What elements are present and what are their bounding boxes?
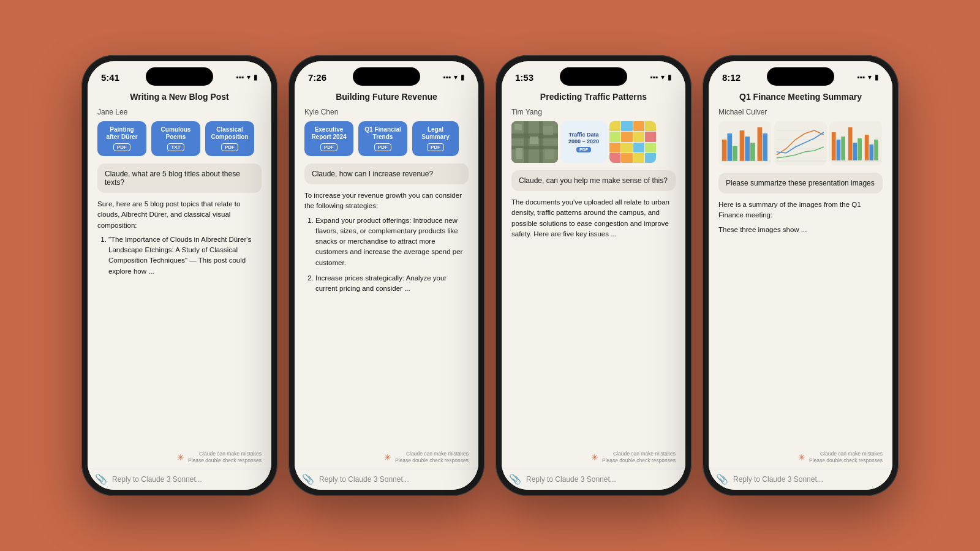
svg-rect-30: [848, 127, 853, 160]
doc-card-1-2[interactable]: Classical Composition PDF: [205, 121, 254, 156]
grouped-bar-chart-thumb: [829, 121, 883, 165]
phone-header-4: Q1 Finance Meeting Summary: [709, 87, 892, 105]
doc-card-2-1[interactable]: Q1 Financial Trends PDF: [358, 121, 407, 156]
svg-rect-11: [722, 140, 727, 161]
doc-title-2-1: Q1 Financial Trends: [364, 126, 401, 141]
svg-rect-4: [539, 121, 543, 163]
time-4: 8:12: [722, 72, 741, 83]
doc-card-2-0[interactable]: Executive Report 2024 PDF: [304, 121, 353, 156]
dynamic-island-3: [560, 67, 627, 86]
battery-icon-3: ▮: [668, 73, 672, 81]
ai-list-2: Expand your product offerings: Introduce…: [304, 216, 469, 294]
ai-intro-4: Here is a summary of the images from the…: [718, 200, 883, 221]
doc-card-1-1[interactable]: Cumulous Poems TXT: [151, 121, 200, 156]
disclaimer-text-4: Claude can make mistakes Please double c…: [809, 451, 883, 464]
sticky-notes-thumb: [609, 121, 656, 163]
doc-badge-1-1: TXT: [167, 143, 184, 151]
phone-4: 8:12 ▪▪▪ ▾ ▮ Q1 Finance Meeting Summary …: [703, 55, 899, 496]
aerial-map-image: [511, 121, 558, 163]
reply-input-1[interactable]: Reply to Claude 3 Sonnet...: [112, 475, 264, 484]
chat-title-4: Q1 Finance Meeting Summary: [718, 92, 883, 102]
disclaimer-text-1: Claude can make mistakes Please double c…: [188, 451, 262, 464]
user-message-4: Please summarize these presentation imag…: [718, 173, 883, 193]
wifi-icon-2: ▾: [454, 73, 458, 81]
doc-card-1-0[interactable]: Painting after Dürer PDF: [97, 121, 146, 156]
signal-icon-2: ▪▪▪: [443, 73, 451, 81]
doc-card-2-2[interactable]: Legal Summary PDF: [412, 121, 459, 156]
svg-rect-28: [837, 140, 841, 160]
phone-2: 7:26 ▪▪▪ ▾ ▮ Building Future Revenue Kyl…: [288, 55, 484, 496]
bar-chart-thumb: [718, 121, 772, 165]
charts-grid-4: [709, 119, 892, 170]
phone-content-3: Tim Yang: [502, 105, 685, 490]
chat-title-1: Writing a New Blog Post: [97, 92, 262, 102]
disclaimer-4: ✳ Claude can make mistakes Please double…: [709, 448, 892, 468]
status-icons-1: ▪▪▪ ▾ ▮: [236, 73, 258, 81]
svg-rect-12: [727, 133, 732, 161]
phone-header-2: Building Future Revenue: [295, 87, 478, 105]
time-1: 5:41: [101, 72, 119, 83]
ai-response-3: The documents you've uploaded all relate…: [502, 195, 685, 448]
disclaimer-text-2: Claude can make mistakes Please double c…: [395, 451, 469, 464]
attachment-icon-2[interactable]: 📎: [302, 473, 314, 485]
disclaimer-3: ✳ Claude can make mistakes Please double…: [502, 448, 685, 468]
dynamic-island-2: [353, 67, 420, 86]
doc-title-1-2: Classical Composition: [211, 126, 248, 141]
svg-rect-16: [750, 143, 755, 161]
svg-rect-27: [832, 132, 836, 160]
svg-rect-5: [514, 124, 522, 130]
battery-icon-4: ▮: [875, 73, 879, 81]
phone-header-1: Writing a New Blog Post: [88, 87, 271, 105]
reply-input-4[interactable]: Reply to Claude 3 Sonnet...: [733, 475, 885, 484]
svg-rect-6: [530, 137, 538, 144]
chat-title-2: Building Future Revenue: [304, 92, 469, 102]
traffic-data-card[interactable]: Traffic Data 2000 – 2020 PDF: [560, 121, 607, 163]
doc-title-1-1: Cumulous Poems: [157, 126, 194, 141]
ai-response-4: Here is a summary of the images from the…: [709, 197, 892, 448]
battery-icon: ▮: [254, 73, 258, 81]
reply-bar-4[interactable]: 📎 Reply to Claude 3 Sonnet...: [709, 468, 892, 490]
doc-title-2-2: Legal Summary: [418, 126, 453, 141]
phone-content-2: Kyle Chen Executive Report 2024 PDF Q1 F…: [295, 105, 478, 490]
ai-list-item-2-1: Increase prices strategically: Analyze y…: [315, 273, 469, 294]
reply-bar-3[interactable]: 📎 Reply to Claude 3 Sonnet...: [502, 468, 685, 490]
user-message-1: Claude, what are 5 blog titles about the…: [97, 163, 262, 193]
svg-rect-9: [545, 149, 554, 159]
doc-badge-1-0: PDF: [113, 143, 130, 151]
dynamic-island-1: [146, 67, 213, 86]
user-label-1: Jane Lee: [88, 105, 271, 119]
doc-badge-2-2: PDF: [427, 143, 444, 151]
phone-content-1: Jane Lee Painting after Dürer PDF Cumulo…: [88, 105, 271, 490]
disclaimer-2: ✳ Claude can make mistakes Please double…: [295, 448, 478, 468]
attachment-icon-1[interactable]: 📎: [95, 473, 107, 485]
doc-badge-2-0: PDF: [320, 143, 337, 151]
reply-input-2[interactable]: Reply to Claude 3 Sonnet...: [319, 475, 471, 484]
ai-intro-1: Sure, here are 5 blog post topics that r…: [97, 199, 262, 231]
anthropic-icon-1: ✳: [177, 452, 184, 462]
phone-3: 1:53 ▪▪▪ ▾ ▮ Predicting Traffic Patterns…: [496, 55, 692, 496]
svg-rect-8: [516, 148, 522, 159]
reply-input-3[interactable]: Reply to Claude 3 Sonnet...: [526, 475, 678, 484]
docs-row-2: Executive Report 2024 PDF Q1 Financial T…: [295, 119, 478, 161]
user-message-2: Claude, how can I increase revenue?: [304, 163, 469, 184]
img-grid-3: Traffic Data 2000 – 2020 PDF: [502, 119, 685, 168]
svg-rect-33: [865, 135, 869, 160]
reply-bar-1[interactable]: 📎 Reply to Claude 3 Sonnet...: [88, 468, 271, 490]
svg-rect-15: [745, 137, 750, 161]
disclaimer-text-3: Claude can make mistakes Please double c…: [602, 451, 676, 464]
status-icons-3: ▪▪▪ ▾ ▮: [650, 73, 672, 81]
attachment-icon-3[interactable]: 📎: [509, 473, 521, 485]
reply-bar-2[interactable]: 📎 Reply to Claude 3 Sonnet...: [295, 468, 478, 490]
attachment-icon-4[interactable]: 📎: [716, 473, 728, 485]
phones-container: 5:41 ▪▪▪ ▾ ▮ Writing a New Blog Post Jan…: [81, 55, 899, 496]
sticky-notes-image: [609, 121, 656, 163]
signal-icon-4: ▪▪▪: [857, 73, 865, 81]
svg-rect-7: [543, 126, 553, 135]
wifi-icon: ▾: [247, 73, 251, 81]
disclaimer-1: ✳ Claude can make mistakes Please double…: [88, 448, 271, 468]
ai-list-1: "The Importance of Clouds in Albrecht Dü…: [97, 234, 262, 277]
user-label-3: Tim Yang: [502, 105, 685, 119]
traffic-card-title: Traffic Data 2000 – 2020: [565, 132, 602, 145]
status-bar-2: 7:26 ▪▪▪ ▾ ▮: [295, 61, 478, 87]
doc-badge-2-1: PDF: [374, 143, 391, 151]
